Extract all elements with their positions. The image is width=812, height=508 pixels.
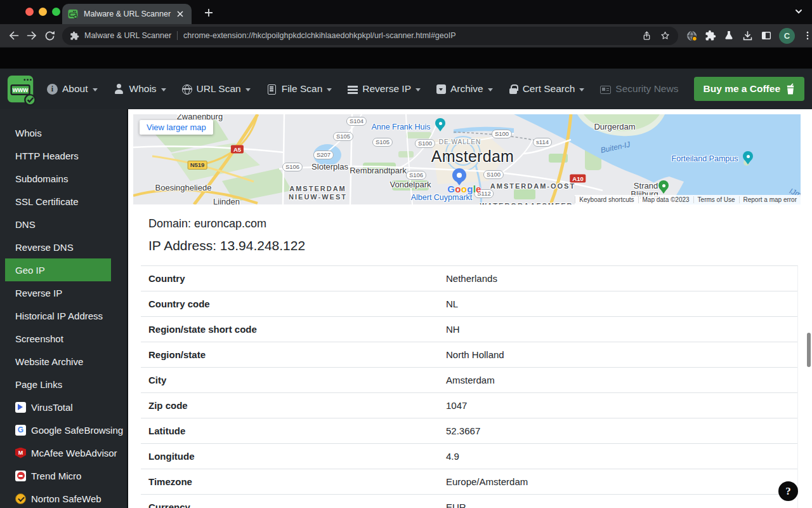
menu-item-icon [436,84,446,94]
sidebar-item[interactable]: Page Links [0,373,111,396]
sidebar: Whois HTTP Headers Subdomains SSL Certif… [0,109,128,508]
map-attribution-link[interactable]: Terms of Use [693,196,739,203]
map-pin-icon[interactable] [452,168,466,182]
share-icon[interactable] [641,30,652,41]
sidebar-item[interactable]: Trend Micro [0,464,111,487]
reload-button[interactable] [41,27,58,44]
table-row: Region/state North Holland [141,342,797,368]
menu-item-icon [348,86,358,94]
table-row: Currency EUR [141,495,797,508]
zoom-window-button[interactable] [52,8,60,16]
bookmark-star-icon[interactable] [660,30,671,41]
page-top-strip [0,48,812,69]
sidebar-item[interactable]: Reverse IP [0,281,111,304]
minimize-window-button[interactable] [39,8,47,16]
row-value: NH [446,324,460,335]
svg-text:www: www [12,86,29,93]
navbar-menu-item[interactable]: Cert Search [509,83,585,95]
sidebar-item-label: Page Links [15,379,62,390]
url-extension-name: Malware & URL Scanner [84,31,171,40]
navbar-menu-item[interactable]: Whois [114,83,166,95]
forward-button[interactable] [23,27,41,44]
navbar-menu-item[interactable]: File Scan [266,83,332,95]
table-row: Zip code 1047 [141,393,797,418]
chevron-down-icon [93,88,98,91]
flask-beaker-icon[interactable] [723,30,735,41]
navbar-menu-item[interactable]: Security News [600,83,678,95]
browser-tab[interactable]: Malware & URL Scanner [62,4,192,24]
tab-search-chevron-icon[interactable] [793,6,804,20]
navbar-menu-item[interactable]: About [47,83,98,95]
sidebar-item[interactable]: Historical IP Address [0,304,111,327]
extension-puzzle-icon [70,31,79,41]
sidebar-item[interactable]: Geo IP [5,258,111,281]
navbar-menu-item[interactable]: Archive [436,83,493,95]
address-bar[interactable]: Malware & URL Scanner chrome-extension:/… [62,27,678,45]
sidebar-item-label: Reverse IP [15,288,62,298]
table-row: City Amsterdam [141,368,797,393]
scrollbar-thumb[interactable] [807,333,811,367]
map-pin-icon[interactable] [658,180,669,190]
sidebar-item-icon [15,425,26,436]
navbar-menu-item[interactable]: Reverse IP [348,83,421,95]
map-attribution-link[interactable]: Map data ©2023 [638,196,693,203]
row-label: Longitude [148,451,194,462]
sidebar-item[interactable]: Website Archive [0,350,111,373]
download-icon[interactable] [742,30,754,42]
sidebar-item[interactable]: Whois [0,121,111,144]
google-map-embed[interactable]: ZwanenburgBoesingheliedeLijndenDE AKERAM… [133,114,801,204]
kebab-menu-icon[interactable] [802,30,812,41]
menu-item-label: Archive [450,83,483,95]
sidebar-item[interactable]: DNS [0,213,111,236]
map-pin-icon[interactable] [743,151,753,161]
menu-item-icon [509,84,518,95]
geoip-table: Country Netherlands Country code NL Regi… [141,265,798,508]
sidebar-item[interactable]: Norton SafeWeb [0,487,111,508]
buy-coffee-button[interactable]: Buy me a Coffee [694,77,804,101]
tab-close-icon[interactable] [174,8,186,20]
table-row: Timezone Europe/Amsterdam [141,469,797,495]
table-row: Longitude 4.9 [141,444,797,469]
chevron-down-icon [488,88,493,91]
sidebar-item[interactable]: VirusTotal [0,396,111,418]
sidebar-item[interactable]: McAfee WebAdvisor [0,441,111,464]
sidebar-item[interactable]: Subdomains [0,167,111,190]
map-attribution-link[interactable]: Report a map error [739,196,801,203]
map-attribution-link[interactable]: Keyboard shortcuts [575,196,638,203]
menu-item-label: Cert Search [523,83,575,95]
sidebar-item[interactable]: Google SafeBrowsing [0,418,111,441]
row-value: EUR [446,502,466,508]
view-larger-map-link[interactable]: View larger map [140,120,213,135]
chevron-down-icon [416,88,421,91]
sidebar-item-label: SSL Certificate [15,196,79,207]
url-text: chrome-extension://hkclpoilghpkdclchkihl… [183,31,636,40]
row-label: Latitude [148,425,185,436]
sidebar-item-label: VirusTotal [31,402,73,413]
extensions-puzzle-icon[interactable] [705,30,716,41]
toolbar-extensions-area: C [686,28,812,44]
sidebar-item-icon [15,493,26,504]
sidebar-item-label: Subdomains [15,173,68,184]
row-label: Region/state short code [148,324,257,335]
new-tab-button[interactable] [200,4,217,21]
navbar-menu-item[interactable]: URL Scan [182,83,251,95]
globe-extension-icon[interactable] [686,30,698,42]
map-pin-icon[interactable] [435,118,445,128]
google-maps-logo[interactable]: Google [447,184,481,194]
menu-item-label: File Scan [282,83,323,95]
sidebar-item[interactable]: HTTP Headers [0,144,111,167]
row-value: 4.9 [446,451,459,462]
sidebar-item[interactable]: Screenshot [0,327,111,350]
menu-item-icon [600,86,611,94]
table-row: Latitude 52.3667 [141,418,797,444]
sidebar-item[interactable]: Reverse DNS [0,236,111,258]
close-window-button[interactable] [25,8,34,16]
back-button[interactable] [5,27,23,44]
sidebar-item[interactable]: SSL Certificate [0,190,111,213]
extension-logo[interactable]: www [6,73,37,106]
help-button[interactable]: ? [778,481,798,501]
side-panel-icon[interactable] [761,30,772,41]
profile-avatar[interactable]: C [779,28,795,44]
row-label: Country code [148,298,210,309]
menu-item-icon [268,84,276,95]
